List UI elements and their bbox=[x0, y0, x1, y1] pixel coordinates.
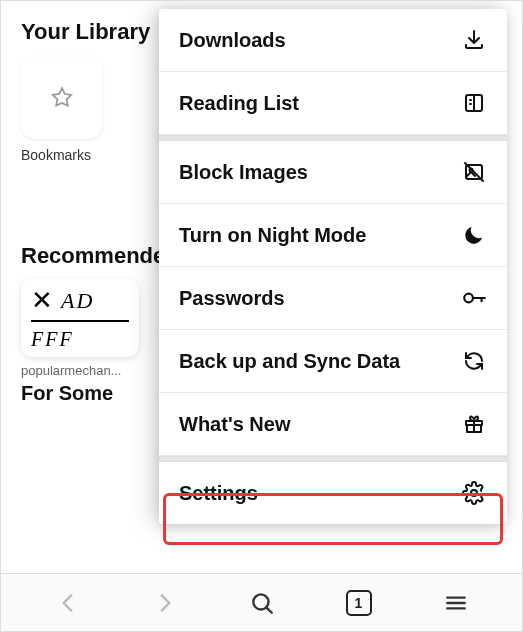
gift-icon bbox=[461, 411, 487, 437]
menu-item-whats-new[interactable]: What's New bbox=[159, 393, 507, 456]
block-images-icon bbox=[461, 159, 487, 185]
menu-label: Back up and Sync Data bbox=[179, 350, 400, 373]
download-icon bbox=[461, 27, 487, 53]
reading-list-icon bbox=[461, 90, 487, 116]
svg-point-6 bbox=[471, 490, 477, 496]
menu-label: What's New bbox=[179, 413, 290, 436]
browser-menu: Downloads Reading List Block Images Turn… bbox=[159, 9, 507, 524]
menu-item-downloads[interactable]: Downloads bbox=[159, 9, 507, 72]
recommended-card[interactable]: ✕ AD FFF bbox=[21, 279, 139, 357]
menu-label: Turn on Night Mode bbox=[179, 224, 366, 247]
menu-item-block-images[interactable]: Block Images bbox=[159, 141, 507, 204]
menu-item-passwords[interactable]: Passwords bbox=[159, 267, 507, 330]
tab-count: 1 bbox=[346, 590, 372, 616]
sync-icon bbox=[461, 348, 487, 374]
card-top-text: AD bbox=[61, 288, 94, 314]
star-icon bbox=[49, 85, 75, 111]
menu-label: Settings bbox=[179, 482, 258, 505]
menu-label: Reading List bbox=[179, 92, 299, 115]
menu-item-reading-list[interactable]: Reading List bbox=[159, 72, 507, 135]
menu-item-settings[interactable]: Settings bbox=[159, 462, 507, 524]
svg-point-3 bbox=[464, 294, 473, 303]
bottom-toolbar: 1 bbox=[1, 573, 522, 631]
menu-button[interactable] bbox=[434, 581, 478, 625]
night-mode-icon bbox=[461, 222, 487, 248]
tabs-button[interactable]: 1 bbox=[337, 581, 381, 625]
back-button[interactable] bbox=[46, 581, 90, 625]
close-icon[interactable]: ✕ bbox=[31, 285, 55, 316]
menu-label: Passwords bbox=[179, 287, 285, 310]
menu-label: Downloads bbox=[179, 29, 286, 52]
bookmarks-tile[interactable] bbox=[21, 57, 103, 139]
menu-item-sync[interactable]: Back up and Sync Data bbox=[159, 330, 507, 393]
card-bottom-text: FFF bbox=[31, 328, 129, 351]
gear-icon bbox=[461, 480, 487, 506]
key-icon bbox=[461, 285, 487, 311]
search-button[interactable] bbox=[240, 581, 284, 625]
menu-label: Block Images bbox=[179, 161, 308, 184]
forward-button[interactable] bbox=[143, 581, 187, 625]
menu-item-night-mode[interactable]: Turn on Night Mode bbox=[159, 204, 507, 267]
